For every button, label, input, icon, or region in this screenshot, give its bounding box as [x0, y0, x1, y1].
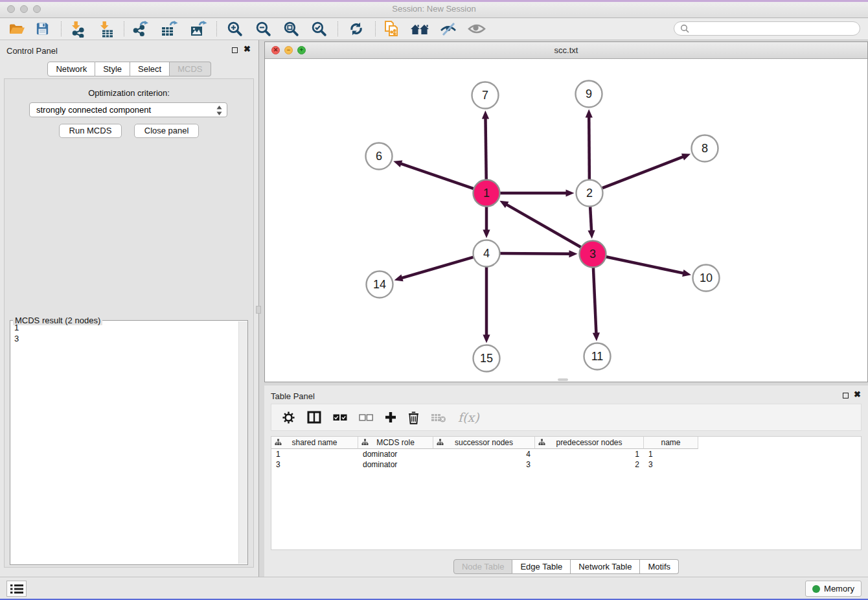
zoom-fit-button[interactable]	[280, 20, 301, 38]
save-session-button[interactable]	[32, 20, 52, 38]
column-header-successor-nodes[interactable]: successor nodes	[433, 437, 535, 449]
float-panel-icon[interactable]	[232, 47, 238, 53]
window-minimize-button[interactable]	[20, 5, 28, 13]
zoom-fit-icon	[283, 21, 299, 37]
apply-layout-button[interactable]	[346, 20, 367, 38]
export-network-button[interactable]	[130, 20, 151, 38]
network-window-close-button[interactable]: ✕	[271, 46, 280, 54]
show-columns-button[interactable]	[307, 411, 321, 424]
graph-edge-1-7[interactable]	[485, 117, 486, 180]
memory-button[interactable]: Memory	[805, 581, 862, 597]
tab-style[interactable]: Style	[95, 62, 130, 76]
window-zoom-button[interactable]	[33, 5, 41, 13]
network-canvas[interactable]: 7968124314101511	[265, 59, 867, 382]
graph-edge-3-10[interactable]	[605, 257, 684, 273]
column-header-predecessor-nodes[interactable]: predecessor nodes	[535, 437, 644, 449]
column-header-shared-name[interactable]: shared name	[271, 437, 358, 449]
tab-edge-table[interactable]: Edge Table	[512, 559, 571, 574]
zoom-in-button[interactable]	[224, 20, 245, 38]
mcds-result-item[interactable]: 3	[10, 333, 238, 344]
export-table-icon	[161, 21, 178, 37]
table-panel-tabs: Node TableEdge TableNetwork TableMotifs	[264, 559, 868, 574]
apply-function-button[interactable]: f(x)	[458, 410, 479, 424]
graph-edge-1-6[interactable]	[400, 163, 475, 189]
table-settings-button[interactable]	[282, 411, 295, 424]
task-history-button[interactable]	[6, 581, 27, 597]
close-table-panel-icon[interactable]: ✖	[854, 389, 861, 399]
tab-network[interactable]: Network	[47, 62, 95, 76]
graph-edge-2-8[interactable]	[601, 156, 684, 188]
toolbar-separator	[337, 21, 338, 36]
import-table-button[interactable]	[95, 20, 116, 38]
graph-edge-2-3[interactable]	[590, 205, 591, 231]
unselect-all-columns-button[interactable]	[359, 414, 373, 421]
float-table-panel-icon[interactable]	[843, 393, 849, 398]
copy-network-button[interactable]	[382, 20, 402, 38]
tab-select[interactable]: Select	[130, 62, 170, 76]
network-graph[interactable]: 7968124314101511	[265, 59, 867, 382]
toolbar-separator	[61, 21, 62, 36]
zoom-selected-button[interactable]	[308, 20, 329, 38]
tab-network-table[interactable]: Network Table	[571, 559, 640, 574]
table-cell[interactable]: 1	[644, 450, 698, 459]
graph-node-label-11: 11	[591, 350, 604, 363]
tab-mcds[interactable]: MCDS	[170, 62, 211, 76]
table-cell[interactable]: 2	[535, 460, 644, 469]
graph-node-label-14: 14	[373, 278, 386, 291]
graph-edge-2-9[interactable]	[589, 116, 589, 180]
graph-edge-4-3[interactable]	[499, 253, 570, 254]
graph-edge-4-14[interactable]	[401, 257, 474, 278]
table-cell[interactable]: 3	[644, 460, 698, 469]
app-window: Session: New Session	[0, 0, 868, 600]
show-all-button[interactable]	[466, 20, 487, 38]
column-header-name[interactable]: name	[644, 437, 698, 449]
import-network-button[interactable]	[67, 20, 87, 38]
table-cell[interactable]: 1	[271, 450, 358, 459]
table-cell[interactable]: dominator	[358, 450, 433, 459]
search-box	[674, 21, 860, 36]
import-table-icon	[98, 21, 114, 38]
export-image-button[interactable]	[188, 20, 209, 38]
status-bar: Memory	[0, 577, 868, 600]
zoom-out-button[interactable]	[253, 20, 273, 38]
window-close-button[interactable]	[7, 5, 15, 13]
mcds-result-item[interactable]: 1	[10, 322, 238, 333]
graph-edge-3-1[interactable]	[506, 204, 582, 248]
open-session-button[interactable]	[6, 20, 27, 38]
table-cell[interactable]: dominator	[358, 460, 433, 469]
run-mcds-button[interactable]: Run MCDS	[59, 124, 122, 138]
delete-table-button[interactable]	[431, 412, 446, 423]
hide-selected-button[interactable]	[438, 20, 459, 38]
canvas-scroll-handle[interactable]	[558, 378, 568, 381]
graph-node-label-6: 6	[376, 150, 382, 163]
graph-node-label-9: 9	[586, 87, 592, 100]
graph-edge-3-11[interactable]	[593, 266, 597, 334]
network-window-minimize-button[interactable]: −	[284, 46, 293, 54]
export-image-icon	[190, 21, 207, 37]
optimization-criterion-value: strongly connected component	[36, 105, 151, 115]
mcds-result-scrollbar[interactable]	[238, 321, 247, 564]
optimization-criterion-select[interactable]: strongly connected component	[29, 102, 227, 117]
delete-column-button[interactable]	[408, 411, 419, 424]
network-window-zoom-button[interactable]: +	[297, 46, 306, 54]
column-header-mcds-role[interactable]: MCDS role	[358, 437, 433, 449]
close-panel-button[interactable]: Close panel	[134, 124, 200, 138]
panel-split-handle[interactable]	[256, 306, 261, 314]
eye-icon	[468, 23, 486, 35]
table-cell[interactable]: 4	[433, 450, 535, 459]
first-neighbors-button[interactable]	[409, 20, 430, 38]
search-input[interactable]	[692, 23, 854, 34]
select-all-columns-button[interactable]	[333, 414, 347, 421]
table-toolbar: f(x)	[271, 404, 862, 431]
table-row[interactable]: 1dominator411	[271, 449, 861, 459]
tab-node-table[interactable]: Node Table	[453, 559, 513, 574]
export-table-button[interactable]	[159, 20, 179, 38]
table-cell[interactable]: 3	[271, 460, 358, 469]
tab-motifs[interactable]: Motifs	[640, 559, 679, 574]
graph-node-label-2: 2	[586, 187, 593, 200]
table-cell[interactable]: 1	[535, 450, 644, 459]
add-column-button[interactable]	[385, 411, 396, 423]
close-panel-icon[interactable]: ✖	[244, 44, 251, 54]
table-row[interactable]: 3dominator323	[271, 459, 861, 470]
table-cell[interactable]: 3	[433, 460, 535, 469]
